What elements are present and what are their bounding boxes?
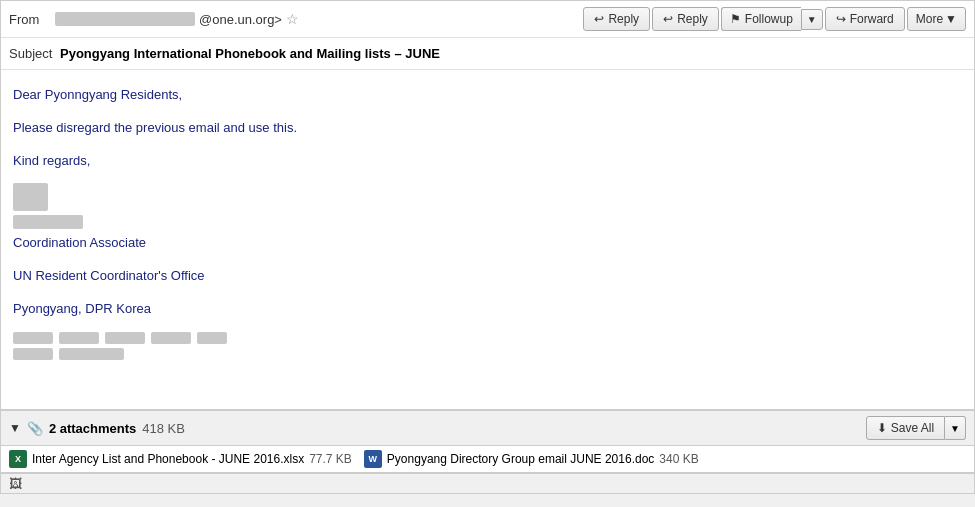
save-all-chevron-icon: ▼: [950, 423, 960, 434]
sig-name-row: [13, 215, 962, 229]
followup-button[interactable]: ⚑ Followup: [721, 7, 801, 31]
sig-phone4-redacted: [151, 332, 191, 344]
followup-label: Followup: [745, 12, 793, 26]
attachment-2-size: 340 KB: [659, 452, 698, 466]
from-row: From @one.un.org> ☆ ↩ Reply ↩ Reply ⚑ Fo…: [1, 1, 974, 38]
email-toolbar: ↩ Reply ↩ Reply ⚑ Followup ▼ ↪ Forward: [583, 7, 966, 31]
attachment-1-name: Inter Agency List and Phonebook - JUNE 2…: [32, 452, 304, 466]
reply-button[interactable]: ↩ Reply: [652, 7, 719, 31]
attachment-list: X Inter Agency List and Phonebook - JUNE…: [1, 446, 974, 473]
attachment-1-size: 77.7 KB: [309, 452, 352, 466]
subject-label: Subject: [9, 46, 52, 61]
sig-phone5-redacted: [197, 332, 227, 344]
from-label: From: [9, 12, 49, 27]
sender-name-redacted: [55, 12, 195, 26]
more-chevron-icon: ▼: [945, 12, 957, 26]
reply-all-label: Reply: [608, 12, 639, 26]
reply-all-button[interactable]: ↩ Reply: [583, 7, 650, 31]
attachment-item-1[interactable]: X Inter Agency List and Phonebook - JUNE…: [9, 450, 352, 468]
reply-icon: ↩: [663, 12, 673, 26]
followup-group: ⚑ Followup ▼: [721, 7, 823, 31]
save-all-group: ⬇ Save All ▼: [866, 416, 966, 440]
attachments-expand-icon[interactable]: ▼: [9, 421, 21, 435]
attachment-size: 418 KB: [142, 421, 185, 436]
sig-contact-row1: [13, 332, 962, 344]
excel-icon: X: [9, 450, 27, 468]
sig-title: Coordination Associate: [13, 233, 962, 254]
forward-button[interactable]: ↪ Forward: [825, 7, 905, 31]
save-all-button[interactable]: ⬇ Save All: [866, 416, 945, 440]
forward-icon: ↪: [836, 12, 846, 26]
sig-email-redacted: [13, 348, 53, 360]
forward-label: Forward: [850, 12, 894, 26]
save-all-label: Save All: [891, 421, 934, 435]
sender-email: @one.un.org>: [199, 12, 282, 27]
bottom-bar: 🖼: [1, 473, 974, 493]
from-section: From @one.un.org> ☆: [9, 11, 299, 27]
followup-chevron-icon: ▼: [807, 14, 817, 25]
bottom-icon: 🖼: [9, 476, 22, 491]
sig-image-row: [13, 183, 962, 211]
followup-dropdown-button[interactable]: ▼: [801, 9, 823, 30]
sig-contact-row2: [13, 348, 962, 360]
sig-phone2-redacted: [59, 332, 99, 344]
sig-name-redacted: [13, 215, 83, 229]
subject-text: Pyongyang International Phonebook and Ma…: [60, 46, 440, 61]
more-button[interactable]: More ▼: [907, 7, 966, 31]
attachment-2-name: Pyongyang Directory Group email JUNE 201…: [387, 452, 654, 466]
reply-all-icon: ↩: [594, 12, 604, 26]
sig-phone-redacted: [13, 332, 53, 344]
attachments-info: ▼ 📎 2 attachments 418 KB: [9, 421, 185, 436]
email-body: Dear Pyonngyang Residents, Please disreg…: [1, 70, 974, 410]
star-icon[interactable]: ☆: [286, 11, 299, 27]
save-all-dropdown-button[interactable]: ▼: [945, 416, 966, 440]
save-all-icon: ⬇: [877, 421, 887, 435]
paperclip-icon: 📎: [27, 421, 43, 436]
body-regards: Kind regards,: [13, 151, 962, 172]
sig-phone3-redacted: [105, 332, 145, 344]
from-value: @one.un.org> ☆: [55, 11, 299, 27]
attachment-count: 2 attachments: [49, 421, 136, 436]
sig-avatar: [13, 183, 48, 211]
attachment-item-2[interactable]: W Pyongyang Directory Group email JUNE 2…: [364, 450, 699, 468]
body-greeting: Dear Pyonngyang Residents,: [13, 85, 962, 106]
subject-row: Subject Pyongyang International Phoneboo…: [1, 38, 974, 70]
body-line1: Please disregard the previous email and …: [13, 118, 962, 139]
signature-block: Coordination Associate UN Resident Coord…: [13, 183, 962, 359]
sig-email2-redacted: [59, 348, 124, 360]
reply-label: Reply: [677, 12, 708, 26]
more-label: More: [916, 12, 943, 26]
word-icon: W: [364, 450, 382, 468]
email-viewer: From @one.un.org> ☆ ↩ Reply ↩ Reply ⚑ Fo…: [0, 0, 975, 494]
sig-org: UN Resident Coordinator's Office: [13, 266, 962, 287]
attachments-bar: ▼ 📎 2 attachments 418 KB ⬇ Save All ▼: [1, 410, 974, 446]
sig-location: Pyongyang, DPR Korea: [13, 299, 962, 320]
followup-icon: ⚑: [730, 12, 741, 26]
